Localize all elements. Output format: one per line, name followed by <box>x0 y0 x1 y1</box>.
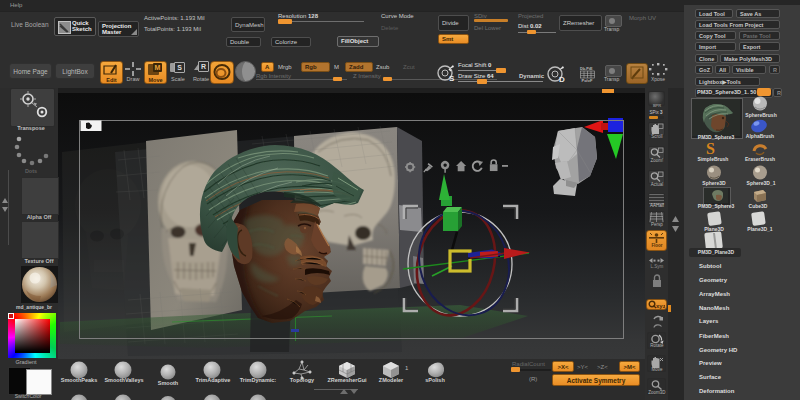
svg-text:PolyF: PolyF <box>582 78 593 82</box>
svg-text:D: D <box>559 75 565 83</box>
svg-text:Db-PtE: Db-PtE <box>580 67 593 71</box>
svg-text:xyz: xyz <box>656 303 665 309</box>
svg-text:S: S <box>449 74 455 82</box>
svg-text:1: 1 <box>405 365 409 371</box>
svg-text:S: S <box>706 140 715 156</box>
